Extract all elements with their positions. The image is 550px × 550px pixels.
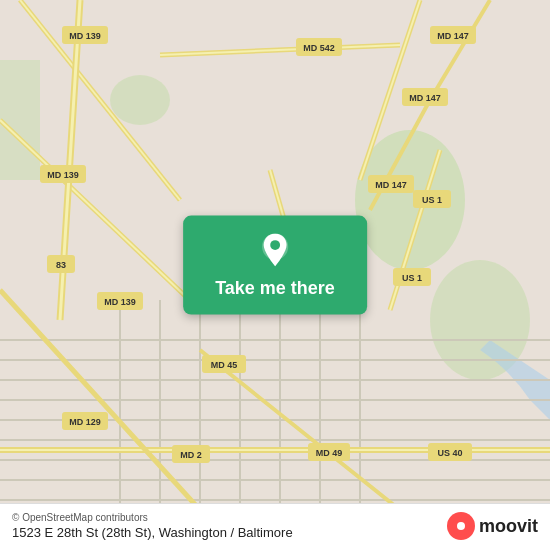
moovit-icon	[447, 512, 475, 540]
address-section: © OpenStreetMap contributors 1523 E 28th…	[12, 512, 293, 540]
svg-text:US 1: US 1	[422, 195, 442, 205]
svg-point-76	[457, 522, 465, 530]
svg-text:US 40: US 40	[437, 448, 462, 458]
address-label: 1523 E 28th St (28th St), Washington / B…	[12, 525, 293, 540]
map-container: MD 139 MD 139 MD 139 MD 147 MD 147 MD 14…	[0, 0, 550, 550]
svg-text:MD 2: MD 2	[180, 450, 202, 460]
svg-text:83: 83	[56, 260, 66, 270]
moovit-logo: moovit	[447, 512, 538, 540]
svg-point-4	[110, 75, 170, 125]
svg-text:MD 49: MD 49	[316, 448, 343, 458]
svg-text:MD 147: MD 147	[437, 31, 469, 41]
svg-text:MD 139: MD 139	[104, 297, 136, 307]
svg-text:MD 542: MD 542	[303, 43, 335, 53]
moovit-wordmark: moovit	[479, 516, 538, 537]
map-pin-icon	[257, 234, 293, 270]
bottom-bar: © OpenStreetMap contributors 1523 E 28th…	[0, 503, 550, 550]
svg-text:US 1: US 1	[402, 273, 422, 283]
svg-text:MD 139: MD 139	[69, 31, 101, 41]
moovit-symbol	[452, 517, 470, 535]
svg-text:MD 147: MD 147	[375, 180, 407, 190]
svg-text:MD 139: MD 139	[47, 170, 79, 180]
osm-attribution: © OpenStreetMap contributors	[12, 512, 293, 523]
take-me-there-button[interactable]: Take me there	[183, 216, 367, 315]
svg-point-74	[270, 240, 280, 250]
svg-rect-3	[0, 60, 40, 180]
take-me-there-container: Take me there	[183, 216, 367, 315]
svg-text:MD 147: MD 147	[409, 93, 441, 103]
button-label: Take me there	[215, 278, 335, 299]
svg-text:MD 45: MD 45	[211, 360, 238, 370]
svg-text:MD 129: MD 129	[69, 417, 101, 427]
